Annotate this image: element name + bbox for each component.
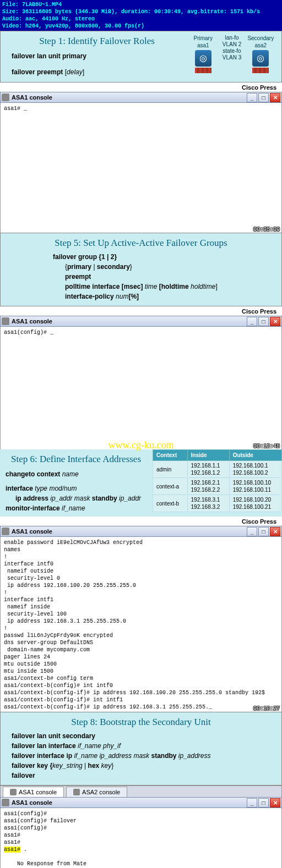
cmd-monitor-interface: monitor-interface [6,504,60,512]
bracket: ] [215,283,217,290]
console4-body[interactable]: asa1(config)# asa1(config)# failover asa… [0,808,282,868]
step5-title: Step 5: Set Up Active-Active Failover Gr… [6,238,276,249]
asa1-icon: ◎ [195,50,212,67]
statefo-label: state-fo [220,48,244,54]
console3-body[interactable]: enable password iE9elCMOvCJAfUw3 encrypt… [0,537,282,713]
window-icon [2,94,9,101]
video-label: Video: [2,23,22,29]
cmd-failover-preempt: failover preempt [12,68,63,76]
cmd-failover-unit: failover lan unit primary [12,52,86,60]
arg-keystring: key_string [52,762,83,770]
step1-slide: Primary asa1 ◎ lan-fo VLAN 2 state-fo VL… [0,31,282,83]
arg-ifname-phyif: if_name phy_if [76,742,121,750]
window-icon [2,528,9,535]
console-tabbar: ASA1 console ASA2 console [0,785,282,797]
size-value: 363116805 bytes (346.30 MiB), duration: … [22,9,260,15]
step8-title: Step 8: Bootstrap the Secondary Unit [6,717,276,728]
minimize-button[interactable]: _ [247,93,257,102]
asa1-label: asa1 [188,42,218,49]
cmd-holdtime: [holdtime [159,283,189,290]
sep: | [83,762,88,770]
tab-asa2-console[interactable]: ASA2 console [66,787,127,797]
minimize-button[interactable]: _ [247,527,257,536]
brace: } [130,263,132,271]
cmd-failover-lan-interface: failover lan interface [12,742,76,750]
cmd-changeto: changeto context [6,470,60,478]
close-button[interactable]: ✕ [270,527,280,536]
arg-holdtime: holdtime [189,283,216,290]
cell: 192.168.2.1 192.168.2.2 [187,478,229,495]
arg-ipaddr2: ip_addr [117,495,141,502]
minimize-button[interactable]: _ [247,798,257,807]
step6-title: Step 6: Define Interface Addresses [11,454,147,465]
cmd-interface: interface [6,485,33,492]
arg-ip: if_name ip_address mask [72,752,149,760]
arg-num: num [114,293,129,300]
cmd-failover-lan-unit: failover lan unit secondary [12,732,95,740]
tab-icon [73,789,80,795]
console1-body[interactable]: asa1# _ [0,103,282,234]
console1-title: ASA1 console [12,94,246,101]
size-label: Size: [2,9,19,15]
lanfo-label: lan-fo [220,35,244,41]
arg-key: key [99,762,111,770]
tab-label: ASA2 console [82,789,120,795]
console2-titlebar[interactable]: ASA1 console _ □ ✕ [0,316,282,327]
cmd-failover: failover [12,772,35,779]
primary-device: Primary asa1 ◎ [188,35,218,74]
brace: } [111,762,113,770]
cmd-secondary: secondary [97,263,130,271]
close-button[interactable]: ✕ [270,798,280,807]
tab-asa1-console[interactable]: ASA1 console [3,787,64,797]
cmd-failover-interface-ip: failover interface ip [12,752,72,760]
tab-label: ASA1 console [19,789,57,795]
console4-titlebar[interactable]: ASA1 console _ □ ✕ [0,797,282,808]
cell: context-b [153,495,188,512]
tab-icon [10,789,17,795]
arg-delay: delay [67,68,83,76]
cmd-hex: hex [88,762,100,770]
maximize-button[interactable]: □ [258,527,269,536]
close-button[interactable]: ✕ [270,93,280,102]
arg-name: name [60,470,78,478]
cmd-interface-policy: interface-policy [65,293,114,300]
cmd-ip-address: ip address [15,495,48,502]
context-table: Context Inside Outside admin192.168.1.1 … [153,449,282,517]
maximize-button[interactable]: □ [258,798,269,807]
maximize-button[interactable]: □ [258,93,269,102]
step6-slide: Step 6: Define Interface Addresses chang… [0,449,282,517]
primary-label: Primary [188,35,218,42]
table-row: admin192.168.1.1 192.168.1.2192.168.100.… [153,461,282,478]
asa2-label: asa2 [246,42,276,49]
file-label: File: [2,2,19,8]
failover-diagram: Primary asa1 ◎ lan-fo VLAN 2 state-fo VL… [188,35,276,74]
cisco-press-label: Cisco Press [0,83,282,92]
console4-title: ASA1 console [12,799,246,806]
bracket: ] [83,68,84,76]
secondary-device: Secondary asa2 ◎ [246,35,276,74]
pct: [%] [128,293,139,300]
cmd-standby: standby [90,495,117,502]
arg-ipaddr: ip_addr mask [48,495,90,502]
cmd-failover-key: failover key { [12,762,52,770]
close-button[interactable]: ✕ [270,317,280,326]
console2-body[interactable]: asa1(config)# _ [0,327,282,453]
window-icon [2,799,9,806]
th-inside: Inside [187,450,229,461]
vlan2-label: VLAN 2 [220,41,244,48]
console1-titlebar[interactable]: ASA1 console _ □ ✕ [0,92,282,103]
console4-part-a: asa1(config)# asa1(config)# failover asa… [4,811,77,845]
vlan3-label: VLAN 3 [220,54,244,61]
cell: 192.168.100.10 192.168.100.11 [229,478,281,495]
maximize-button[interactable]: □ [258,317,269,326]
step8-slide: Step 8: Bootstrap the Secondary Unit fai… [0,712,282,785]
cell: 192.168.100.20 192.168.100.21 [229,495,281,512]
th-context: Context [153,450,188,461]
console3-titlebar[interactable]: ASA1 console _ □ ✕ [0,526,282,537]
audio-value: aac, 44100 Hz, stereo [25,16,95,22]
window-icon [2,317,9,325]
table-row: context-b192.168.3.1 192.168.3.2192.168.… [153,495,282,512]
minimize-button[interactable]: _ [247,317,257,326]
step5-commands: failover group {1 | 2} {primary | second… [6,252,276,301]
file-value: 7LAB6U~1.MP4 [22,2,62,8]
